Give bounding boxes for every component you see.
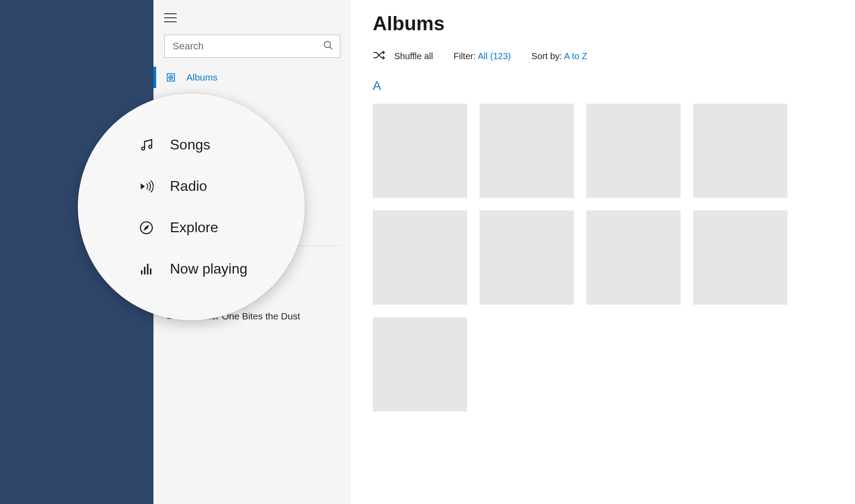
svg-point-11: [141, 147, 145, 150]
filter-label-prefix: Filter:: [453, 51, 477, 61]
hamburger-menu-button[interactable]: [164, 13, 177, 22]
sort-value: A to Z: [564, 51, 587, 61]
compass-icon: [138, 221, 155, 235]
svg-line-1: [330, 47, 332, 49]
equalizer-icon: [138, 262, 155, 276]
album-grid: [373, 104, 834, 411]
album-tile[interactable]: [373, 210, 467, 305]
shuffle-all-button[interactable]: Shuffle all: [373, 51, 433, 62]
album-tile[interactable]: [373, 317, 467, 411]
svg-point-12: [149, 145, 152, 148]
album-tile[interactable]: [586, 210, 681, 305]
sidebar-item-label: Now playing: [170, 261, 247, 277]
svg-rect-19: [150, 268, 151, 274]
sidebar-item-now-playing[interactable]: Now playing: [138, 261, 305, 277]
main-content: Albums Shuffle all Filter: All (123) Sor…: [351, 0, 855, 504]
sidebar-item-radio[interactable]: Radio: [138, 178, 305, 194]
section-letter-heading[interactable]: A: [373, 79, 834, 93]
magnifier-zoom-overlay: Songs Radio Explore: [78, 93, 305, 320]
sort-dropdown[interactable]: Sort by: A to Z: [531, 51, 587, 61]
page-title: Albums: [373, 12, 834, 35]
album-tile[interactable]: [480, 210, 574, 305]
svg-rect-17: [144, 266, 145, 274]
sidebar-item-label: Songs: [170, 137, 210, 153]
album-tile[interactable]: [586, 104, 681, 198]
album-tile[interactable]: [373, 104, 467, 198]
album-tile[interactable]: [693, 210, 787, 305]
svg-point-4: [170, 77, 172, 78]
toolbar: Shuffle all Filter: All (123) Sort by: A…: [373, 51, 834, 62]
svg-marker-15: [145, 226, 148, 230]
shuffle-icon: [373, 51, 385, 62]
shuffle-label: Shuffle all: [394, 51, 433, 61]
sidebar-item-label: Explore: [170, 219, 218, 236]
search-icon[interactable]: [323, 40, 334, 52]
svg-rect-16: [141, 270, 142, 274]
music-note-icon: [138, 138, 155, 152]
albums-icon: [166, 73, 179, 82]
svg-point-0: [324, 41, 331, 48]
sidebar-item-songs[interactable]: Songs: [138, 137, 305, 153]
svg-rect-18: [147, 264, 148, 274]
sidebar-item-albums[interactable]: Albums: [153, 64, 351, 91]
filter-value: All (123): [478, 51, 511, 61]
sidebar-item-label: Albums: [186, 72, 218, 83]
search-box[interactable]: [164, 35, 340, 58]
search-input[interactable]: [173, 40, 323, 52]
svg-marker-13: [141, 183, 145, 190]
sidebar-item-explore[interactable]: Explore: [138, 219, 305, 236]
filter-dropdown[interactable]: Filter: All (123): [453, 51, 511, 61]
album-tile[interactable]: [693, 104, 787, 198]
sidebar-item-label: Radio: [170, 178, 207, 194]
sort-label-prefix: Sort by:: [531, 51, 564, 61]
album-tile[interactable]: [480, 104, 574, 198]
radio-icon: [138, 179, 155, 194]
